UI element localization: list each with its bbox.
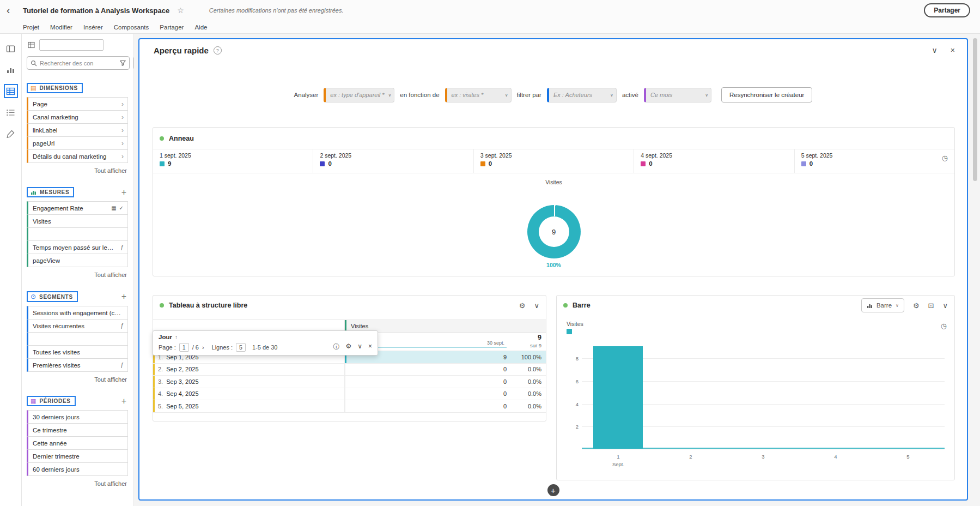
visualizations-icon[interactable] bbox=[4, 63, 18, 77]
periode-dropdown[interactable]: Ce mois ∨ bbox=[644, 88, 711, 103]
add-periode-button[interactable]: + bbox=[121, 397, 128, 406]
filter-funnel-icon[interactable] bbox=[120, 60, 126, 66]
row-dimension-cell[interactable]: 5.Sep 5, 2025 bbox=[153, 400, 345, 412]
table-row[interactable]: 3.Sep 3, 2025 00.0% bbox=[153, 376, 546, 388]
menu-modifier[interactable]: Modifier bbox=[50, 24, 72, 31]
chevron-right-icon[interactable]: › bbox=[121, 153, 124, 160]
page-number-input[interactable]: 1 bbox=[179, 343, 189, 352]
en-fonction-de-dropdown[interactable]: ex : visites * ∨ bbox=[445, 88, 512, 103]
legend-item[interactable]: 2 sept. 2025 0 bbox=[313, 149, 473, 173]
table-row[interactable]: 2.Sep 2, 2025 00.0% bbox=[153, 364, 546, 376]
gear-icon[interactable]: ⚙ bbox=[913, 302, 920, 310]
chevron-right-icon[interactable]: › bbox=[121, 140, 124, 147]
legend-item[interactable]: 4 sept. 2025 0 bbox=[634, 149, 794, 173]
expand-icon[interactable]: ⊡ bbox=[928, 302, 934, 310]
chevron-right-icon[interactable]: › bbox=[121, 113, 124, 121]
mesure-item-visites[interactable]: Visites bbox=[27, 214, 128, 228]
row-value-cell[interactable]: 00.0% bbox=[345, 400, 546, 412]
collapse-panel-icon[interactable]: ∨ bbox=[932, 46, 938, 55]
dimension-item-pageurl[interactable]: pageUrl› bbox=[27, 136, 128, 150]
mesure-item-empty[interactable] bbox=[27, 227, 128, 241]
time-info-icon[interactable]: ◷ bbox=[942, 154, 948, 162]
mesure-item-pageview[interactable]: pageView bbox=[27, 254, 128, 267]
table-row[interactable]: 4.Sep 4, 2025 00.0% bbox=[153, 388, 546, 401]
favorite-star-icon[interactable]: ☆ bbox=[177, 6, 184, 15]
table-row[interactable]: 5.Sep 5, 2025 00.0% bbox=[153, 400, 546, 413]
periode-item-cette-annee[interactable]: Cette année bbox=[27, 436, 128, 450]
share-button[interactable]: Partager bbox=[924, 3, 970, 17]
time-info-icon[interactable]: ◷ bbox=[941, 322, 947, 330]
segment-item-visites-recurrentes[interactable]: Visites récurrentesƒ bbox=[27, 319, 128, 333]
periode-item-30-derniers-jours[interactable]: 30 derniers jours bbox=[27, 410, 128, 424]
info-icon[interactable]: ⓘ bbox=[333, 342, 339, 352]
menu-projet[interactable]: Projet bbox=[23, 24, 39, 31]
periodes-show-all-link[interactable]: Tout afficher bbox=[27, 480, 127, 487]
legend-item[interactable]: 3 sept. 2025 0 bbox=[473, 149, 634, 173]
row-value-cell[interactable]: 00.0% bbox=[345, 376, 546, 388]
add-mesure-button[interactable]: + bbox=[121, 188, 128, 197]
chevron-down-icon[interactable]: ∨ bbox=[534, 302, 539, 310]
segment-item-premieres-visites[interactable]: Premières visitesƒ bbox=[27, 358, 128, 372]
periode-item-ce-trimestre[interactable]: Ce trimestre bbox=[27, 423, 128, 437]
menu-composants[interactable]: Composants bbox=[114, 24, 149, 31]
viz-type-selector[interactable]: Barre ∨ bbox=[861, 298, 904, 312]
menu-inserer[interactable]: Insérer bbox=[83, 24, 103, 31]
annotate-brush-icon[interactable] bbox=[4, 126, 18, 141]
legend-value: 0 bbox=[649, 160, 652, 167]
panels-icon[interactable] bbox=[4, 41, 18, 56]
dimensions-show-all-link[interactable]: Tout afficher bbox=[27, 167, 127, 174]
legend-item[interactable]: 5 sept. 2025 0 bbox=[794, 149, 954, 173]
mesures-show-all-link[interactable]: Tout afficher bbox=[27, 272, 127, 278]
sort-ascending-icon[interactable]: ↑ bbox=[175, 334, 178, 340]
dimensions-highlight-box: ▤ DIMENSIONS bbox=[27, 83, 83, 93]
segment-item-sessions-engagement[interactable]: Sessions with engagement (cu… bbox=[27, 306, 128, 320]
segment-item-toutes-les-visites[interactable]: Toutes les visites bbox=[27, 345, 128, 359]
mesure-item-engagement-rate[interactable]: Engagement Rate▦✓ bbox=[27, 201, 128, 215]
row-value-cell[interactable]: 00.0% bbox=[345, 364, 546, 376]
add-visualization-button[interactable]: + bbox=[547, 484, 559, 496]
sort-button[interactable] bbox=[133, 56, 134, 70]
rows-per-page-select[interactable]: 5 bbox=[236, 343, 246, 352]
help-icon[interactable]: ? bbox=[214, 46, 222, 55]
filtrer-par-dropdown[interactable]: Ex : Acheteurs ∨ bbox=[547, 88, 617, 103]
segment-item-empty[interactable] bbox=[27, 332, 128, 346]
donut-chart[interactable]: 9 bbox=[527, 205, 581, 258]
close-icon[interactable]: × bbox=[368, 342, 372, 352]
periode-item-dernier-trimestre[interactable]: Dernier trimestre bbox=[27, 449, 128, 463]
chevron-right-icon[interactable]: › bbox=[121, 126, 124, 134]
chevron-right-icon[interactable]: › bbox=[121, 100, 124, 108]
analyser-dropdown[interactable]: ex : type d'appareil * ∨ bbox=[324, 88, 394, 103]
add-segment-button[interactable]: + bbox=[121, 292, 128, 301]
chevron-down-icon[interactable]: ∨ bbox=[942, 302, 948, 310]
menu-aide[interactable]: Aide bbox=[194, 24, 207, 31]
dimension-item-canal-marketing[interactable]: Canal marketing› bbox=[27, 110, 128, 124]
bar-sep-1[interactable] bbox=[593, 346, 643, 449]
gear-icon[interactable]: ⚙ bbox=[519, 302, 526, 310]
vertical-scrollbar[interactable] bbox=[973, 38, 977, 181]
components-table-icon-selected[interactable] bbox=[4, 84, 18, 98]
chevron-down-icon[interactable]: ∨ bbox=[357, 342, 362, 352]
row-dimension-cell[interactable]: 2.Sep 2, 2025 bbox=[153, 364, 345, 376]
gear-icon[interactable]: ⚙ bbox=[345, 342, 351, 352]
periode-item-60-derniers-jours[interactable]: 60 derniers jours bbox=[27, 462, 128, 476]
next-page-icon[interactable]: › bbox=[202, 344, 204, 351]
dimension-item-details-canal[interactable]: Détails du canal marketing› bbox=[27, 149, 128, 163]
component-search-box[interactable] bbox=[27, 56, 130, 70]
legend-item[interactable]: 1 sept. 2025 9 bbox=[153, 149, 313, 173]
components-list-icon[interactable] bbox=[4, 105, 18, 119]
back-icon[interactable]: ‹ bbox=[7, 4, 19, 16]
panel-name-input[interactable] bbox=[39, 39, 104, 51]
mesure-item-temps-moyen[interactable]: Temps moyen passé sur le…ƒ bbox=[27, 240, 128, 254]
row-dimension-cell[interactable]: 3.Sep 3, 2025 bbox=[153, 376, 345, 388]
segments-show-all-link[interactable]: Tout afficher bbox=[27, 376, 127, 383]
close-panel-icon[interactable]: × bbox=[951, 46, 955, 55]
row-dimension-cell[interactable]: 4.Sep 4, 2025 bbox=[153, 388, 345, 400]
menu-partager[interactable]: Partager bbox=[160, 24, 184, 31]
dimension-item-linklabel[interactable]: linkLabel› bbox=[27, 123, 128, 137]
component-search-row bbox=[27, 56, 128, 70]
resync-builder-button[interactable]: Resynchroniser le créateur bbox=[721, 87, 812, 103]
search-input[interactable] bbox=[40, 60, 117, 67]
dimension-column-header[interactable]: Jour ↑ bbox=[159, 334, 372, 340]
dimension-item-page[interactable]: Page› bbox=[27, 97, 128, 111]
row-value-cell[interactable]: 00.0% bbox=[345, 388, 546, 400]
